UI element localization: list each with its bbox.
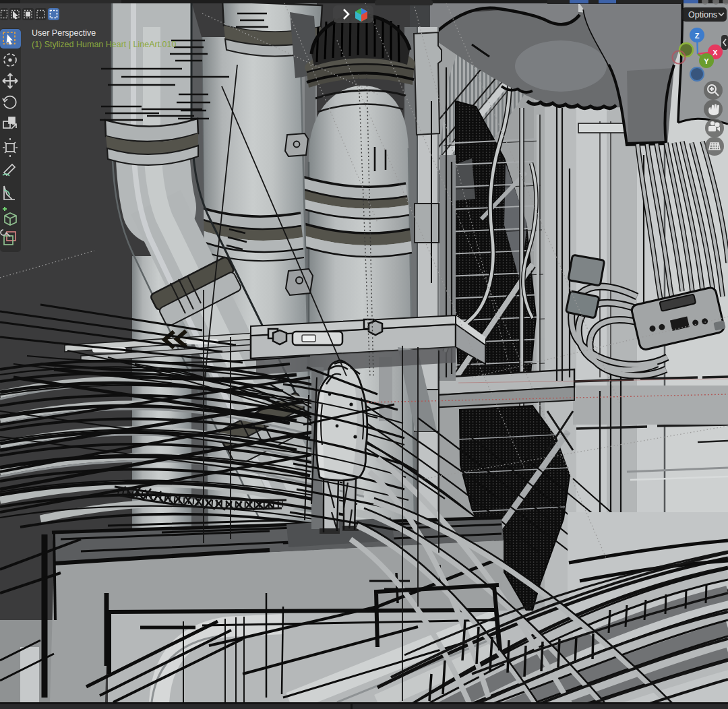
svg-text:Y: Y: [704, 57, 709, 65]
svg-text:(1) Stylized Human Heart | Lin: (1) Stylized Human Heart | LineArt.010: [32, 40, 177, 49]
svg-text:Options: Options: [688, 10, 717, 20]
svg-text:User Perspective: User Perspective: [32, 28, 96, 38]
svg-text:Z: Z: [695, 32, 700, 40]
svg-text:X: X: [712, 49, 718, 57]
